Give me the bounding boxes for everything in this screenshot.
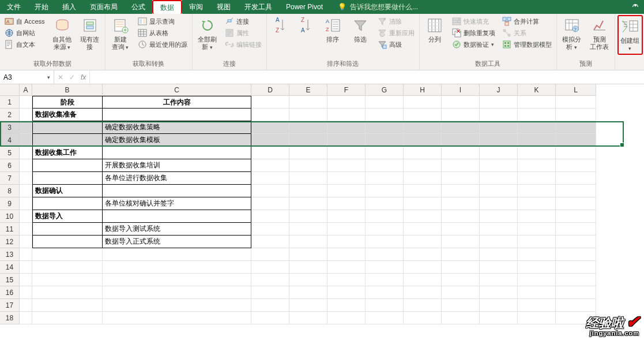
group-rows-button[interactable]: 创建组 bbox=[617, 15, 643, 55]
flash-fill-button[interactable]: 快速填充 bbox=[450, 16, 498, 27]
tab-powerpivot[interactable]: Power Pivot bbox=[279, 0, 330, 14]
tab-view[interactable]: 视图 bbox=[210, 0, 238, 14]
table-row[interactable] bbox=[20, 312, 644, 324]
tab-home[interactable]: 开始 bbox=[28, 0, 55, 14]
row-4[interactable]: 4 bbox=[0, 134, 20, 147]
tab-insert[interactable]: 插入 bbox=[55, 0, 83, 14]
col-E[interactable]: E bbox=[289, 84, 327, 96]
col-L[interactable]: L bbox=[556, 84, 596, 96]
row-13[interactable]: 13 bbox=[0, 248, 20, 261]
existing-connections-button[interactable]: 现有连接 bbox=[77, 15, 103, 52]
tab-dev[interactable]: 开发工具 bbox=[238, 0, 279, 14]
row-5[interactable]: 5 bbox=[0, 147, 20, 159]
col-I[interactable]: I bbox=[442, 84, 480, 96]
show-queries-button[interactable]: 显示查询 bbox=[135, 16, 190, 27]
table-row[interactable]: 数据导入测试系统 bbox=[20, 223, 644, 236]
tab-review[interactable]: 审阅 bbox=[182, 0, 210, 14]
whatif-button[interactable]: ? 模拟分析 bbox=[559, 15, 585, 53]
col-B[interactable]: B bbox=[32, 84, 103, 96]
cell-C10[interactable] bbox=[103, 210, 251, 223]
col-C[interactable]: C bbox=[103, 84, 251, 96]
col-K[interactable]: K bbox=[518, 84, 556, 96]
row-headers[interactable]: 1 2 3 4 5 6 7 8 9 10 11 12 13 14 15 16 1… bbox=[0, 96, 20, 324]
row-7[interactable]: 7 bbox=[0, 172, 20, 185]
row-18[interactable]: 18 bbox=[0, 312, 20, 324]
table-row[interactable]: 开展数据收集培训 bbox=[20, 159, 644, 172]
cell-B3[interactable] bbox=[32, 121, 103, 134]
properties-button[interactable]: 属性 bbox=[223, 28, 264, 38]
cell-B12[interactable] bbox=[32, 236, 103, 248]
cell-C7[interactable]: 各单位进行数据收集 bbox=[103, 172, 251, 185]
column-headers[interactable]: A B C D E F G H I J K L bbox=[20, 84, 644, 96]
from-table-button[interactable]: 从表格 bbox=[135, 28, 190, 38]
cell-C1[interactable]: 工作内容 bbox=[103, 96, 251, 109]
fx-icon[interactable]: fx bbox=[81, 73, 86, 81]
sort-button[interactable]: AZ 排序 bbox=[320, 15, 345, 44]
tab-file[interactable]: 文件 bbox=[0, 0, 28, 14]
row-14[interactable]: 14 bbox=[0, 261, 20, 274]
table-row[interactable]: 数据收集准备 bbox=[20, 109, 644, 121]
col-H[interactable]: H bbox=[404, 84, 442, 96]
col-J[interactable]: J bbox=[480, 84, 518, 96]
cell-B10[interactable]: 数据导入 bbox=[32, 210, 103, 223]
row-8[interactable]: 8 bbox=[0, 185, 20, 197]
advanced-filter-button[interactable]: 高级 bbox=[375, 39, 417, 50]
enter-icon[interactable]: ✓ bbox=[69, 73, 75, 81]
row-3[interactable]: 3 bbox=[0, 121, 20, 134]
cell-B11[interactable] bbox=[32, 223, 103, 236]
select-all-corner[interactable] bbox=[0, 84, 20, 96]
col-D[interactable]: D bbox=[251, 84, 289, 96]
cancel-icon[interactable]: ✕ bbox=[58, 73, 63, 81]
table-row[interactable]: 阶段 工作内容 bbox=[20, 96, 644, 109]
row-9[interactable]: 9 bbox=[0, 197, 20, 210]
cell-B1[interactable]: 阶段 bbox=[32, 96, 103, 109]
table-row[interactable] bbox=[20, 299, 644, 312]
table-row[interactable]: 确定数据收集模板 bbox=[20, 134, 644, 147]
connections-button[interactable]: 连接 bbox=[223, 16, 264, 27]
table-row[interactable] bbox=[20, 274, 644, 286]
row-16[interactable]: 16 bbox=[0, 286, 20, 299]
table-row[interactable]: 数据导入正式系统 bbox=[20, 236, 644, 248]
row-12[interactable]: 12 bbox=[0, 236, 20, 248]
manage-data-model-button[interactable]: 管理数据模型 bbox=[500, 39, 554, 50]
row-15[interactable]: 15 bbox=[0, 274, 20, 286]
table-row[interactable] bbox=[20, 261, 644, 274]
cell-B4[interactable] bbox=[32, 134, 103, 147]
forecast-sheet-button[interactable]: 预测 工作表 bbox=[587, 15, 612, 52]
cell-B6[interactable] bbox=[32, 159, 103, 172]
cell-B8[interactable]: 数据确认 bbox=[32, 185, 103, 197]
from-access-button[interactable]: A自 Access bbox=[2, 16, 47, 27]
table-row[interactable]: 各单位进行数据收集 bbox=[20, 172, 644, 185]
share-button[interactable] bbox=[627, 0, 644, 14]
col-F[interactable]: F bbox=[327, 84, 366, 96]
grid[interactable]: 阶段 工作内容 数据收集准备 确定数据收集策略 确定数据收集模板 bbox=[20, 96, 644, 340]
cell-B9[interactable] bbox=[32, 197, 103, 210]
filter-button[interactable]: 筛选 bbox=[348, 15, 373, 44]
new-query-button[interactable]: 新建 查询 bbox=[108, 15, 133, 53]
row-17[interactable]: 17 bbox=[0, 299, 20, 312]
table-row[interactable]: 各单位核对确认并签字 bbox=[20, 197, 644, 210]
table-row[interactable] bbox=[20, 248, 644, 261]
cell-C5[interactable] bbox=[103, 147, 251, 159]
from-web-button[interactable]: 自网站 bbox=[2, 28, 47, 38]
row-2[interactable]: 2 bbox=[0, 109, 20, 121]
cell-B7[interactable] bbox=[32, 172, 103, 185]
name-box[interactable]: A3▾ bbox=[0, 70, 54, 84]
remove-duplicates-button[interactable]: 删除重复项 bbox=[450, 28, 498, 38]
row-10[interactable]: 10 bbox=[0, 210, 20, 223]
table-row[interactable]: 数据收集工作 bbox=[20, 147, 644, 159]
tab-data[interactable]: 数据 bbox=[152, 0, 182, 14]
consolidate-button[interactable]: 合并计算 bbox=[500, 16, 554, 27]
table-row[interactable] bbox=[20, 286, 644, 299]
reapply-button[interactable]: 重新应用 bbox=[375, 28, 417, 38]
tab-layout[interactable]: 页面布局 bbox=[83, 0, 125, 14]
spreadsheet[interactable]: A B C D E F G H I J K L 1 2 3 4 5 6 7 8 … bbox=[0, 84, 644, 340]
row-11[interactable]: 11 bbox=[0, 223, 20, 236]
formula-input[interactable] bbox=[90, 70, 644, 84]
cell-C11[interactable]: 数据导入测试系统 bbox=[103, 223, 251, 236]
table-row[interactable]: 确定数据收集策略 bbox=[20, 121, 644, 134]
relationships-button[interactable]: 关系 bbox=[500, 28, 554, 38]
row-6[interactable]: 6 bbox=[0, 159, 20, 172]
col-G[interactable]: G bbox=[366, 84, 404, 96]
from-other-sources-button[interactable]: 自其他来源 bbox=[50, 15, 75, 53]
